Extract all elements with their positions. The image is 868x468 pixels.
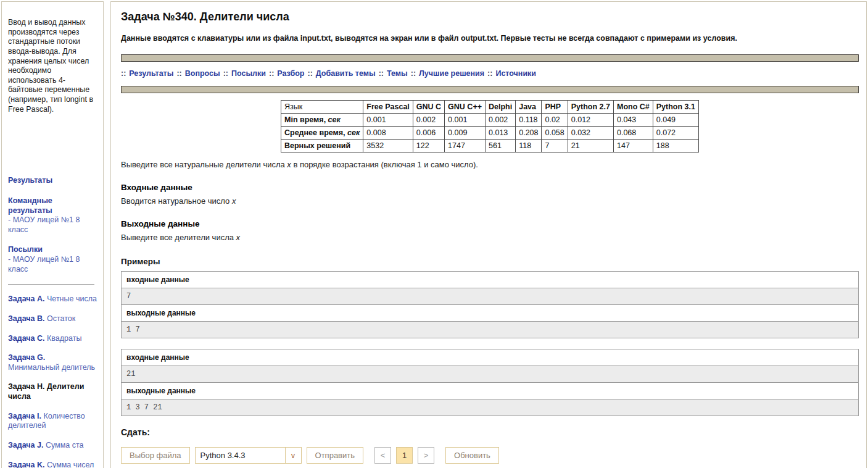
stats-value: 561 — [486, 140, 516, 153]
nav-separator: :: — [223, 69, 228, 78]
nav-link-4[interactable]: Добавить темы — [316, 69, 376, 78]
nav-link-0[interactable]: Результаты — [129, 69, 173, 78]
sidebar-problem-link[interactable]: Задача H. Делители числа — [8, 382, 98, 401]
language-select[interactable]: Python 3.4.3 v — [195, 447, 302, 464]
example-input-value: 21 — [122, 366, 858, 383]
nav-separator: :: — [379, 69, 384, 78]
nav-separator: :: — [269, 69, 274, 78]
stats-value: 0.008 — [363, 127, 413, 140]
stats-value: 0.001 — [445, 114, 486, 127]
submit-heading: Сдать: — [121, 427, 859, 437]
problem-prefix: Задача I. — [8, 412, 43, 420]
stats-value: 0.043 — [613, 114, 653, 127]
sidebar-divider — [8, 284, 94, 285]
sidebar-problem-link[interactable]: Задача J. Сумма ста — [8, 441, 98, 451]
problem-prefix: Задача J. — [8, 441, 46, 449]
stats-col-header: Free Pascal — [363, 101, 413, 114]
stats-col-header: PHP — [542, 101, 568, 114]
output-description: Выведите все делители числа x — [121, 233, 859, 242]
problem-prefix: Задача G. — [8, 353, 45, 362]
sidebar-item-submissions-sub[interactable]: - МАОУ лицей №1 8 класс — [8, 255, 98, 274]
sidebar-problem-link[interactable]: Задача A. Четные числа — [8, 295, 98, 304]
page-title: Задача №340. Делители числа — [121, 10, 859, 23]
statement-text: Выведите все натуральные делители числа — [121, 160, 287, 169]
sidebar-item-team-results-sub[interactable]: - МАОУ лицей №1 8 класс — [8, 215, 98, 235]
example-input-label: входные данные — [122, 272, 858, 288]
input-description-text: Вводится натуральное число — [121, 196, 232, 206]
stats-value: 21 — [568, 140, 613, 153]
submit-form: Выбор файла Python 3.4.3 v Отправить < 1… — [121, 447, 859, 464]
nav-link-1[interactable]: Вопросы — [185, 69, 220, 78]
stats-value: 0.012 — [568, 114, 613, 127]
example-output-label: выходные данные — [122, 305, 858, 322]
stats-col-header: Java — [516, 101, 542, 114]
statement: Выведите все натуральные делители числа … — [121, 160, 859, 169]
page-number-button[interactable]: 1 — [396, 447, 413, 464]
sidebar-item-results[interactable]: Результаты — [8, 176, 98, 186]
sidebar-problem-link[interactable]: Задача G. Минимальный делитель — [8, 353, 98, 372]
input-var: x — [232, 196, 236, 206]
nav-link-7[interactable]: Источники — [495, 69, 536, 78]
example-box: входные данные21выходные данные1 3 7 21 — [121, 349, 859, 416]
next-page-button[interactable]: > — [418, 447, 434, 464]
language-select-value: Python 3.4.3 — [196, 448, 285, 463]
refresh-button[interactable]: Обновить — [445, 447, 499, 464]
example-box: входные данные7выходные данные1 7 — [121, 271, 859, 338]
problem-prefix: Задача B. — [8, 314, 47, 323]
stats-value: 0.118 — [516, 114, 542, 127]
example-output-value: 1 7 — [122, 322, 858, 338]
problem-prefix: Задача K. — [8, 461, 47, 468]
file-select-button[interactable]: Выбор файла — [121, 447, 190, 464]
stats-col-header: Python 2.7 — [568, 101, 613, 114]
stats-value: 118 — [516, 140, 542, 153]
stats-value: 0.058 — [542, 127, 568, 140]
stats-row-label: Min время, сек — [281, 114, 363, 127]
stats-value: 0.002 — [486, 114, 516, 127]
nav-separator: :: — [487, 69, 492, 78]
sidebar-note: Ввод и вывод данных производятся через с… — [8, 18, 98, 114]
stats-value: 0.072 — [653, 127, 698, 140]
chevron-down-icon: v — [285, 448, 301, 463]
problem-prefix: Задача C. — [8, 334, 47, 343]
nav-separator: :: — [121, 69, 126, 78]
stats-col-header: GNU C — [413, 101, 444, 114]
stats-col-header: Python 3.1 — [653, 101, 698, 114]
stats-value: 0.006 — [413, 127, 444, 140]
stats-col-header: GNU C++ — [445, 101, 486, 114]
stats-value: 7 — [542, 140, 568, 153]
problem-title: Четные числа — [47, 295, 97, 303]
nav-link-3[interactable]: Разбор — [277, 69, 304, 78]
sidebar-item-team-results[interactable]: Командные результаты — [8, 196, 98, 215]
page: Ввод и вывод данных производятся через с… — [0, 0, 868, 468]
top-bar — [121, 54, 859, 62]
nav-link-5[interactable]: Темы — [387, 69, 408, 78]
submit-button[interactable]: Отправить — [307, 447, 363, 464]
input-description: Вводится натуральное число x — [121, 196, 859, 206]
problem-prefix: Задача H. — [8, 382, 47, 391]
stats-value: 0.032 — [568, 127, 613, 140]
sidebar-problem-link[interactable]: Задача B. Остаток — [8, 314, 98, 324]
sidebar-item-submissions[interactable]: Посылки — [8, 245, 98, 255]
problem-title: Сумма чисел — [47, 461, 94, 468]
sidebar-problem-link[interactable]: Задача C. Квадраты — [8, 334, 98, 344]
stats-value: 3532 — [363, 140, 413, 153]
example-input-label: входные данные — [122, 349, 858, 366]
stats-value: 0.02 — [542, 114, 568, 127]
main-panel: Задача №340. Делители числа Данные вводя… — [110, 1, 867, 468]
statement-text-after: в порядке возрастания (включая 1 и само … — [291, 160, 478, 169]
sidebar-problem-link[interactable]: Задача I. Количество делителей — [8, 412, 98, 431]
nav-link-2[interactable]: Посылки — [231, 69, 266, 78]
sidebar-problem-link[interactable]: Задача K. Сумма чисел — [8, 461, 98, 468]
problem-title: Квадраты — [47, 334, 81, 343]
bottom-bar — [121, 86, 859, 93]
prev-page-button[interactable]: < — [374, 447, 391, 464]
stats-value: 0.002 — [413, 114, 444, 127]
io-notice: Данные вводятся с клавиатуры или из файл… — [121, 34, 859, 43]
stats-value: 147 — [613, 140, 653, 153]
nav-separator: :: — [411, 69, 416, 78]
stats-value: 0.013 — [486, 127, 516, 140]
nav-link-6[interactable]: Лучшие решения — [419, 69, 484, 78]
problem-prefix: Задача A. — [8, 295, 47, 303]
stats-table: ЯзыкFree PascalGNU CGNU C++DelphiJavaPHP… — [281, 100, 699, 153]
stats-col-header: Delphi — [486, 101, 516, 114]
